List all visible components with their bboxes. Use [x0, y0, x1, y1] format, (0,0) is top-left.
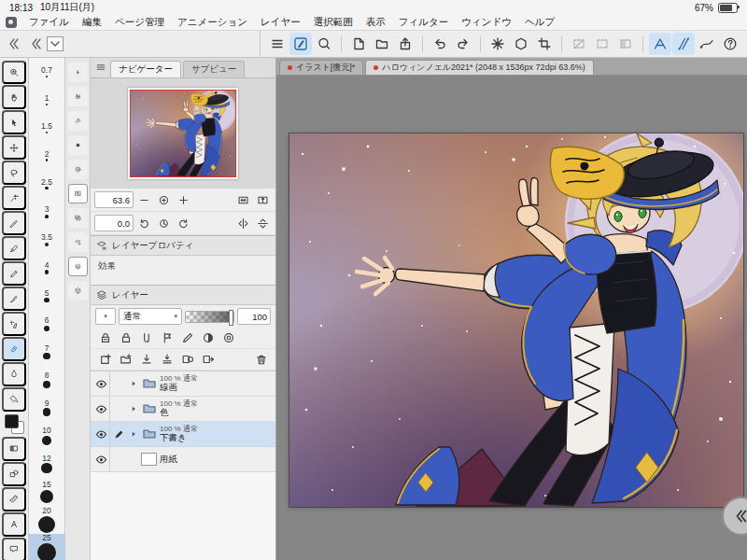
brush-size-2.5[interactable]: 2.5 [29, 170, 64, 198]
panel-menu-icon[interactable] [95, 62, 106, 75]
brush-size-2[interactable]: 2 [29, 142, 64, 170]
foreground-color-chip[interactable] [5, 414, 19, 428]
flip-v-button[interactable] [254, 215, 272, 232]
layer-visibility-toggle[interactable] [93, 371, 110, 396]
vector-line-edit-button[interactable] [696, 33, 718, 55]
clip-button[interactable] [138, 330, 154, 346]
figure-tool[interactable] [2, 462, 26, 486]
layer-row[interactable]: 100 % 通常下書き [91, 422, 275, 447]
folder-expand-toggle[interactable] [128, 404, 138, 413]
layer-palette-option[interactable]: ▾ [95, 308, 116, 325]
perspective-snap-button[interactable] [649, 33, 671, 55]
app-logo-icon[interactable] [6, 17, 17, 28]
help-button[interactable] [719, 33, 741, 55]
brush-size-1.5[interactable]: 1.5 [29, 114, 64, 142]
zoom-reset-button[interactable] [155, 191, 173, 209]
layer-visibility-toggle[interactable] [93, 447, 110, 471]
new-folder-button[interactable] [118, 352, 134, 368]
airbrush-tool[interactable] [2, 312, 26, 336]
menu-item-表示[interactable]: 表示 [359, 16, 392, 29]
collapse-tool-palette[interactable] [0, 36, 28, 51]
make-mask-button[interactable] [179, 352, 195, 368]
redo-button[interactable] [452, 33, 474, 55]
deselect-button[interactable] [568, 33, 590, 55]
parallel-snap-button[interactable] [672, 33, 695, 55]
menu-item-レイヤー[interactable]: レイヤー [254, 16, 307, 29]
layer-visibility-toggle[interactable] [93, 397, 110, 421]
color-chips[interactable] [2, 412, 26, 436]
undo-button[interactable] [429, 33, 451, 55]
canvas-viewport[interactable] [276, 76, 747, 560]
draft-button[interactable] [179, 330, 195, 346]
dock-color-wheel[interactable] [68, 160, 88, 179]
new-layer-button[interactable] [97, 352, 113, 368]
zoom-value[interactable]: 63.6 [94, 191, 134, 208]
layer-row[interactable]: 用紙 [91, 447, 275, 472]
fit-area-button[interactable] [254, 191, 272, 209]
figure-select-button[interactable] [313, 33, 335, 55]
rotate-left-button[interactable] [135, 215, 153, 232]
rotate-right-button[interactable] [175, 215, 192, 232]
brush-size-3[interactable]: 3 [29, 198, 64, 226]
mask-enable-button[interactable] [200, 330, 216, 346]
brush-size-4[interactable]: 4 [29, 254, 64, 282]
reference-button[interactable] [159, 330, 175, 346]
navigator-thumbnail-area[interactable] [91, 78, 275, 189]
brush-size-25[interactable]: 25 [29, 534, 64, 560]
balloon-tool[interactable] [2, 538, 26, 560]
menu-item-ヘルプ[interactable]: ヘルプ [518, 16, 561, 29]
lock-alpha-button[interactable] [97, 330, 113, 346]
open-file-button[interactable] [371, 33, 393, 55]
menu-item-アニメーション[interactable]: アニメーション [171, 16, 254, 29]
dock-sub-view[interactable] [68, 208, 88, 228]
zoom-out-button[interactable] [135, 191, 153, 209]
opacity-value[interactable]: 100 [237, 308, 271, 325]
menu-item-フィルター[interactable]: フィルター [392, 16, 455, 29]
brush-size-7[interactable]: 7 [29, 338, 64, 366]
dock-navigator[interactable] [68, 184, 88, 203]
brush-size-10[interactable]: 10 [29, 422, 64, 450]
merge-down-button[interactable] [159, 352, 175, 368]
dock-brush-size[interactable] [68, 135, 88, 155]
brush-palette-menu[interactable] [47, 36, 63, 51]
blend-mode-select[interactable]: 通常▾ [119, 308, 182, 325]
new-canvas-button[interactable] [347, 33, 370, 55]
collapse-brush-palette[interactable] [28, 36, 63, 51]
document-tab-illust[interactable]: イラスト[復元]* [279, 60, 363, 75]
pen-tool[interactable] [2, 236, 26, 260]
snap-to-ruler-button[interactable] [486, 33, 509, 55]
crop-frame-button[interactable] [533, 33, 556, 55]
brush-size-1[interactable]: 1 [29, 86, 64, 114]
delete-layer-button[interactable] [253, 352, 269, 368]
onion-button[interactable] [220, 330, 236, 346]
brush-size-12[interactable]: 12 [29, 450, 64, 478]
dock-material[interactable] [68, 281, 88, 301]
pen-settings-button[interactable] [289, 33, 312, 55]
brush-size-6[interactable]: 6 [29, 310, 64, 338]
dropper-tool[interactable] [2, 211, 26, 235]
dock-layer-property[interactable] [68, 232, 88, 252]
canvas-artwork[interactable] [289, 133, 743, 507]
transfer-button[interactable] [138, 352, 154, 368]
eraser-tool[interactable] [2, 337, 26, 361]
blend-tool[interactable] [2, 362, 26, 386]
menu-item-ページ管理[interactable]: ページ管理 [108, 16, 171, 29]
zoom-in-button[interactable] [175, 191, 192, 209]
layer-visibility-toggle[interactable] [93, 422, 110, 446]
dock-layers[interactable] [68, 257, 88, 276]
move-layer-tool[interactable] [2, 135, 26, 160]
brush-tool[interactable] [2, 287, 26, 311]
wand-tool[interactable] [2, 186, 26, 210]
folder-expand-toggle[interactable] [128, 379, 138, 388]
main-menu-button[interactable] [266, 33, 289, 55]
menu-item-編集[interactable]: 編集 [76, 16, 108, 29]
gradient-tool[interactable] [2, 437, 26, 461]
export-button[interactable] [394, 33, 416, 55]
brush-size-0.7[interactable]: 0.7 [29, 58, 64, 86]
snap-to-special-ruler-button[interactable] [510, 33, 532, 55]
bucket-tool[interactable] [2, 387, 26, 412]
rotate-value[interactable]: 0.0 [94, 215, 134, 231]
dock-quick-access[interactable] [68, 63, 88, 82]
dock-sub-tool[interactable] [68, 87, 88, 106]
tab-subview[interactable]: サブビュー [183, 61, 245, 77]
